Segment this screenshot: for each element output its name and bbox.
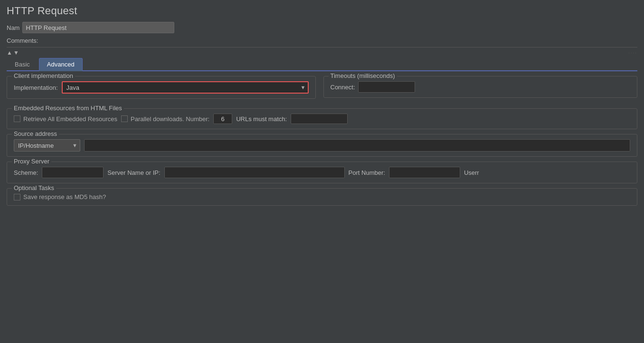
parallel-number-input[interactable] [213, 114, 232, 124]
username-label: Userr [464, 169, 479, 176]
save-md5-checkbox[interactable] [14, 194, 20, 200]
source-address-input[interactable] [84, 139, 630, 152]
server-input[interactable] [164, 167, 345, 178]
server-label: Server Name or IP: [107, 169, 160, 176]
optional-tasks-section: Optional Tasks Save response as MD5 hash… [7, 188, 637, 206]
retrieve-wrapper: Retrieve All Embedded Resources [14, 115, 117, 123]
implementation-label: Implementation: [14, 84, 58, 91]
retrieve-checkbox[interactable] [14, 115, 20, 122]
move-down-button[interactable]: ▼ [13, 49, 19, 56]
connect-label: Connect: [331, 84, 355, 91]
tabs-bar: Basic Advanced [7, 58, 637, 71]
source-address-section: Source address IP/Hostname Device IP4 IP… [7, 134, 637, 157]
tab-advanced[interactable]: Advanced [39, 58, 83, 71]
save-md5-label: Save response as MD5 hash? [23, 193, 106, 200]
retrieve-label: Retrieve All Embedded Resources [23, 115, 117, 123]
source-address-title: Source address [12, 130, 59, 137]
scheme-input[interactable] [42, 167, 104, 178]
main-container: HTTP Request Nam Comments: ▲ ▼ ···· Basi… [0, 0, 644, 215]
page-title: HTTP Request [7, 5, 637, 17]
source-type-select[interactable]: IP/Hostname Device IP4 IP6 [14, 139, 80, 152]
implementation-select[interactable]: Java HttpClient4 Default [62, 81, 309, 94]
comments-row: Comments: [7, 37, 637, 44]
embedded-resources-title: Embedded Resources from HTML Files [12, 105, 124, 112]
urls-must-match-label: URLs must match: [236, 115, 287, 123]
divider-row: ▲ ▼ ···· [7, 47, 637, 56]
timeouts-section: Timeouts (milliseconds) Connect: [323, 76, 638, 98]
comments-label: Comments: [7, 37, 38, 44]
port-label: Port Number: [349, 169, 385, 176]
save-md5-wrapper: Save response as MD5 hash? [14, 193, 106, 200]
dots-indicator: ···· [628, 50, 637, 56]
embedded-row: Retrieve All Embedded Resources Parallel… [14, 114, 630, 124]
timeouts-title: Timeouts (milliseconds) [329, 72, 397, 79]
move-up-button[interactable]: ▲ [7, 49, 12, 56]
client-impl-title: Client implementation [12, 72, 75, 79]
top-sections-row: Client implementation Implementation: Ja… [7, 71, 637, 104]
scheme-label: Scheme: [14, 169, 38, 176]
proxy-server-section: Proxy Server Scheme: Server Name or IP: … [7, 162, 637, 183]
tab-basic[interactable]: Basic [7, 58, 38, 70]
client-implementation-section: Client implementation Implementation: Ja… [7, 76, 316, 99]
connect-row: Connect: [331, 81, 631, 93]
proxy-row: Scheme: Server Name or IP: Port Number: … [14, 167, 630, 178]
parallel-label: Parallel downloads. Number: [131, 115, 209, 123]
source-row: IP/Hostname Device IP4 IP6 ▼ [14, 139, 630, 152]
embedded-resources-section: Embedded Resources from HTML Files Retri… [7, 108, 637, 129]
name-label: Nam [7, 24, 19, 31]
optional-row: Save response as MD5 hash? [14, 193, 630, 200]
name-row: Nam [7, 22, 637, 33]
parallel-wrapper: Parallel downloads. Number: [121, 115, 209, 123]
source-type-wrapper: IP/Hostname Device IP4 IP6 ▼ [14, 139, 80, 152]
optional-tasks-title: Optional Tasks [12, 184, 56, 191]
proxy-server-title: Proxy Server [12, 158, 51, 165]
port-input[interactable] [389, 167, 460, 178]
name-input[interactable] [22, 22, 174, 33]
connect-input[interactable] [358, 81, 415, 93]
parallel-checkbox[interactable] [121, 115, 128, 122]
implementation-select-wrapper: Java HttpClient4 Default ▼ [62, 81, 309, 94]
urls-match-input[interactable] [291, 114, 348, 124]
